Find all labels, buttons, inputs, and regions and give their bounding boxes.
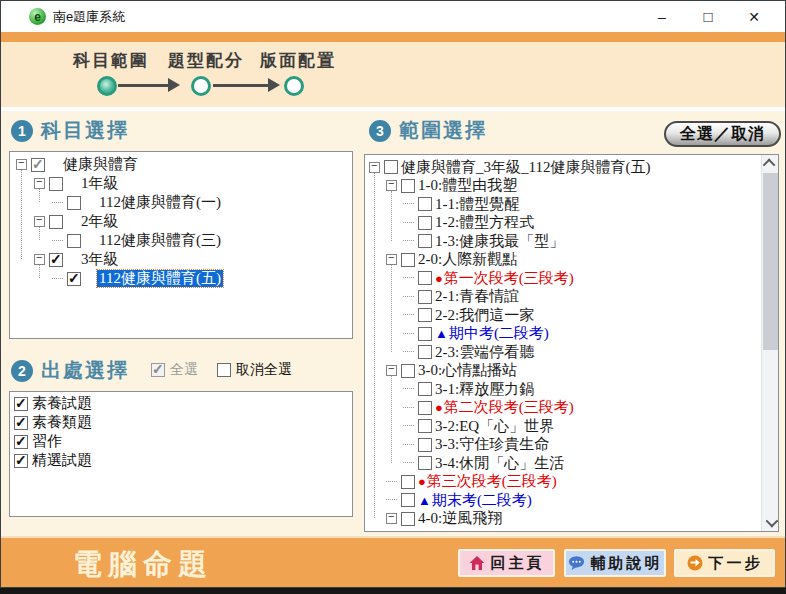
tree-item-label[interactable]: 期中考(二段考) [449,326,549,341]
checkbox[interactable] [67,272,81,286]
checkbox[interactable] [418,401,432,415]
list-item-label[interactable]: 習作 [32,434,62,449]
deselect-all-checkbox[interactable] [217,363,231,377]
checkbox[interactable] [67,196,81,210]
home-button[interactable]: 回主頁 [458,549,555,577]
tree-item[interactable]: 3-0:心情點播站 [365,362,761,381]
checkbox[interactable] [14,397,28,411]
checkbox[interactable] [418,327,432,341]
maximize-button[interactable]: □ [685,8,731,25]
tree-item[interactable]: 1-3:健康我最「型」 [365,232,761,251]
checkbox[interactable] [401,512,415,526]
checkbox[interactable] [49,253,63,267]
tree-item-label[interactable]: 健康與體育 [63,157,138,172]
tree-item[interactable]: 4-0:逆風飛翔 [365,510,761,529]
checkbox[interactable] [418,197,432,211]
collapse-icon[interactable] [34,216,45,227]
tree-item-label[interactable]: 112健康與體育(三) [99,233,221,248]
tree-item[interactable]: 3-3:守住珍貴生命 [365,436,761,455]
scrollbar-thumb[interactable] [763,173,778,350]
checkbox[interactable] [14,454,28,468]
checkbox[interactable] [67,234,81,248]
checkbox[interactable] [49,177,63,191]
tree-item-label[interactable]: 112健康與體育(五) [97,270,223,287]
collapse-icon[interactable] [386,180,397,191]
tree-item[interactable]: 112健康與體育(一) [10,193,352,212]
list-item-label[interactable]: 素養試題 [32,396,92,411]
checkbox[interactable] [401,179,415,193]
tree-item[interactable]: 3-1:釋放壓力鍋 [365,380,761,399]
scroll-up-button[interactable] [762,155,779,172]
checkbox[interactable] [418,438,432,452]
tree-item[interactable]: 2年級 [10,212,352,231]
tree-item[interactable]: 3-4:休閒「心」生活 [365,454,761,473]
collapse-icon[interactable] [34,178,45,189]
tree-item-label[interactable]: 2-0:人際新觀點 [418,252,517,267]
collapse-icon[interactable] [386,513,397,524]
tree-item-label[interactable]: 112健康與體育(一) [99,195,221,210]
checkbox[interactable] [418,419,432,433]
tree-item-label[interactable]: 2-1:青春情誼 [435,289,519,304]
tree-item[interactable]: 1-0:體型由我塑 [365,177,761,196]
tree-item-label[interactable]: 3-0:心情點播站 [418,363,517,378]
list-item-label[interactable]: 素養類題 [32,415,92,430]
scroll-down-button[interactable] [762,514,779,531]
collapse-icon[interactable] [386,254,397,265]
checkbox[interactable] [418,382,432,396]
deselect-all-label[interactable]: 取消全選 [236,361,292,379]
select-all-checkbox[interactable] [151,363,165,377]
tree-item-label[interactable]: 2-2:我們這一家 [435,308,534,323]
collapse-icon[interactable] [34,254,45,265]
checkbox[interactable] [418,308,432,322]
collapse-icon[interactable] [16,159,27,170]
tree-item-exam[interactable]: ▲ 期末考(二段考) [365,491,761,510]
list-item[interactable]: 素養試題 [12,394,352,413]
list-item[interactable]: 習作 [12,432,352,451]
list-item[interactable]: 素養類題 [12,413,352,432]
tree-item-label[interactable]: 1-0:體型由我塑 [418,178,517,193]
checkbox[interactable] [418,345,432,359]
tree-item-label[interactable]: 1年級 [81,176,119,191]
tree-item-label[interactable]: 健康與體育_3年級_112健康與體育(五) [401,160,650,175]
tree-item[interactable]: 3年級 [10,250,352,269]
tree-item-label[interactable]: 期末考(二段考) [432,493,532,508]
close-button[interactable]: ✕ [731,9,777,25]
tree-item[interactable]: 2-1:青春情誼 [365,288,761,307]
checkbox[interactable] [401,364,415,378]
collapse-icon[interactable] [369,162,380,173]
tree-item-label[interactable]: 1-3:健康我最「型」 [435,234,564,249]
checkbox[interactable] [401,253,415,267]
tree-item[interactable]: 3-2:EQ「心」世界 [365,417,761,436]
tree-item-exam[interactable]: ● 第三次段考(三段考) [365,473,761,492]
checkbox[interactable] [418,271,432,285]
list-item[interactable]: 精選試題 [12,451,352,470]
tree-item-label[interactable]: 1-2:體型方程式 [435,215,534,230]
tree-item[interactable]: 健康與體育_3年級_112健康與體育(五) [365,158,761,177]
checkbox[interactable] [401,493,415,507]
select-all-label[interactable]: 全選 [170,361,198,379]
vertical-scrollbar[interactable] [761,155,778,531]
tree-item-exam[interactable]: ● 第一次段考(三段考) [365,269,761,288]
tree-item-label[interactable]: 3-3:守住珍貴生命 [435,437,549,452]
checkbox[interactable] [401,475,415,489]
select-all-toggle-button[interactable]: 全選／取消 [664,121,781,147]
tree-item[interactable]: 2-3:雲端停看聽 [365,343,761,362]
tree-item-label[interactable]: 2年級 [81,214,119,229]
checkbox[interactable] [49,215,63,229]
deselect-all-control[interactable]: 取消全選 [217,361,292,379]
checkbox[interactable] [418,456,432,470]
tree-item-label[interactable]: 2-3:雲端停看聽 [435,345,534,360]
collapse-icon[interactable] [386,365,397,376]
tree-item-label[interactable]: 3-2:EQ「心」世界 [435,419,554,434]
list-item-label[interactable]: 精選試題 [32,453,92,468]
tree-item-label[interactable]: 1-1:體型覺醒 [435,197,519,212]
tree-item[interactable]: 2-2:我們這一家 [365,306,761,325]
checkbox[interactable] [31,158,45,172]
tree-item[interactable]: 健康與體育 [10,155,352,174]
tree-item-selected[interactable]: 112健康與體育(五) [10,269,352,288]
tree-item-label[interactable]: 4-0:逆風飛翔 [418,511,502,526]
help-button[interactable]: 輔助說明 [564,549,666,577]
tree-item-label[interactable]: 3年級 [81,252,119,267]
tree-item[interactable]: 1年級 [10,174,352,193]
minimize-button[interactable]: – [639,9,685,25]
